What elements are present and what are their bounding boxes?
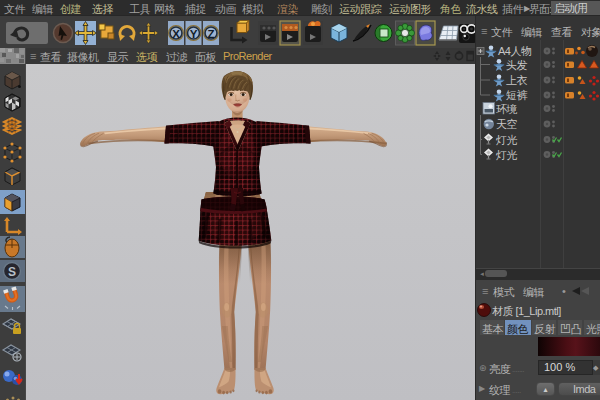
svg-text:环境: 环境 [496,103,518,115]
svg-text:X: X [172,28,180,40]
svg-text:头发: 头发 [506,59,528,71]
svg-text:天空: 天空 [496,118,518,130]
svg-text:灯光: 灯光 [495,134,518,146]
svg-text:Y: Y [190,28,198,40]
svg-text:灯光: 灯光 [495,149,518,161]
svg-text:Z: Z [207,28,214,40]
svg-text:短裤: 短裤 [506,89,528,101]
svg-text:S: S [8,265,16,279]
svg-text:A4人物: A4人物 [498,45,531,57]
svg-text:上衣: 上衣 [506,74,528,86]
